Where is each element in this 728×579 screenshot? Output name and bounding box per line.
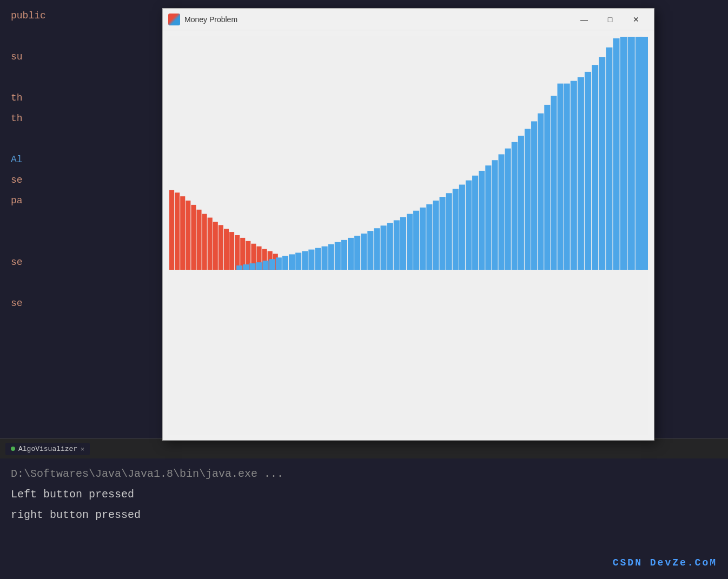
svg-rect-23 <box>256 262 262 270</box>
svg-rect-1 <box>175 192 180 270</box>
svg-rect-46 <box>407 214 413 270</box>
svg-rect-54 <box>459 185 465 270</box>
svg-rect-10 <box>224 229 229 270</box>
watermark-line2: CSDN DevZe.CoM <box>613 557 717 568</box>
svg-rect-62 <box>512 142 518 270</box>
terminal-line-1: D:\Softwares\Java\Java1.8\bin\java.exe .… <box>11 464 717 484</box>
svg-rect-30 <box>302 251 308 270</box>
svg-rect-59 <box>492 160 498 270</box>
svg-rect-69 <box>557 84 563 270</box>
svg-rect-64 <box>525 129 531 270</box>
terminal-tab-bar: AlgoVisualizer ✕ <box>0 439 728 458</box>
svg-rect-42 <box>381 225 387 270</box>
svg-rect-20 <box>236 265 242 270</box>
dialog-app-icon <box>168 14 180 25</box>
svg-rect-6 <box>202 214 207 270</box>
watermark: CSDN DevZe.CoM <box>613 557 717 568</box>
svg-rect-28 <box>289 254 295 270</box>
svg-rect-44 <box>394 220 400 270</box>
svg-rect-79 <box>628 37 635 270</box>
svg-rect-74 <box>592 65 598 270</box>
svg-rect-58 <box>485 165 491 270</box>
svg-rect-66 <box>538 114 544 270</box>
svg-rect-35 <box>335 242 341 270</box>
svg-rect-72 <box>578 77 584 270</box>
chart-container <box>168 36 648 435</box>
svg-rect-43 <box>387 223 393 270</box>
terminal-close-icon[interactable]: ✕ <box>81 445 84 452</box>
svg-rect-60 <box>499 154 505 270</box>
svg-rect-71 <box>571 81 577 270</box>
svg-rect-61 <box>505 149 511 270</box>
svg-rect-55 <box>466 181 472 270</box>
svg-rect-24 <box>263 261 269 270</box>
svg-rect-38 <box>354 236 360 270</box>
svg-rect-73 <box>585 72 591 270</box>
svg-rect-77 <box>613 38 619 270</box>
svg-rect-33 <box>322 247 328 270</box>
svg-rect-34 <box>328 244 334 270</box>
svg-rect-70 <box>564 84 570 270</box>
terminal-line-3: right button pressed <box>11 505 717 525</box>
svg-rect-41 <box>374 228 380 270</box>
svg-rect-51 <box>440 197 446 270</box>
svg-rect-31 <box>308 250 314 270</box>
svg-rect-29 <box>295 252 301 269</box>
terminal-line-2: Left button pressed <box>11 484 717 505</box>
svg-rect-68 <box>551 96 557 270</box>
svg-rect-45 <box>400 217 406 270</box>
svg-rect-67 <box>544 105 550 270</box>
svg-rect-8 <box>213 222 218 270</box>
svg-rect-39 <box>361 234 367 270</box>
money-problem-dialog: Money Problem — □ ✕ <box>162 8 654 441</box>
svg-rect-12 <box>235 235 240 270</box>
svg-rect-81 <box>640 37 648 270</box>
svg-rect-76 <box>606 48 612 270</box>
svg-rect-56 <box>472 176 478 270</box>
terminal-content: D:\Softwares\Java\Java1.8\bin\java.exe .… <box>0 458 728 531</box>
svg-rect-5 <box>196 210 201 270</box>
svg-rect-4 <box>191 205 196 270</box>
svg-rect-47 <box>413 211 419 270</box>
svg-rect-52 <box>446 193 452 270</box>
terminal-tab[interactable]: AlgoVisualizer ✕ <box>5 443 90 455</box>
svg-rect-32 <box>315 248 321 270</box>
dialog-title: Money Problem <box>184 15 572 24</box>
svg-rect-0 <box>169 190 174 270</box>
svg-rect-78 <box>620 37 627 270</box>
svg-rect-53 <box>453 189 459 270</box>
svg-rect-3 <box>186 201 190 270</box>
terminal-tab-label: AlgoVisualizer <box>18 445 77 453</box>
svg-rect-50 <box>433 201 439 270</box>
svg-rect-2 <box>180 196 185 270</box>
close-button[interactable]: ✕ <box>624 11 648 28</box>
dialog-titlebar: Money Problem — □ ✕ <box>163 9 654 30</box>
maximize-button[interactable]: □ <box>598 11 623 28</box>
dialog-controls: — □ ✕ <box>572 11 648 28</box>
svg-rect-7 <box>208 218 213 270</box>
svg-rect-22 <box>249 263 255 270</box>
svg-rect-27 <box>282 256 288 270</box>
svg-rect-75 <box>599 57 605 270</box>
svg-rect-63 <box>518 136 524 270</box>
svg-rect-36 <box>341 240 347 270</box>
svg-rect-9 <box>219 225 223 270</box>
svg-rect-11 <box>229 232 234 270</box>
svg-rect-49 <box>426 204 432 270</box>
svg-rect-40 <box>367 231 373 270</box>
terminal-status-dot <box>11 447 15 451</box>
dialog-body <box>163 30 654 440</box>
svg-rect-25 <box>269 259 275 270</box>
minimize-button[interactable]: — <box>572 11 597 28</box>
svg-rect-37 <box>348 238 354 270</box>
svg-rect-48 <box>420 208 426 270</box>
svg-rect-57 <box>479 171 485 270</box>
svg-rect-65 <box>531 121 537 270</box>
svg-rect-21 <box>243 264 249 270</box>
bar-chart <box>168 36 648 435</box>
svg-rect-26 <box>276 257 282 270</box>
